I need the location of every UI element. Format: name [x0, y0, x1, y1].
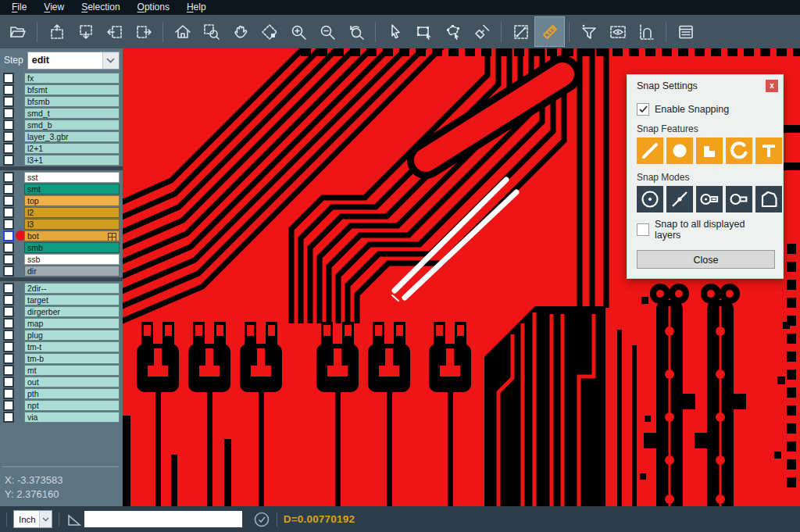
load-left-button[interactable] — [100, 17, 129, 46]
layer-name[interactable]: l2+1 — [24, 143, 120, 154]
layer-name[interactable]: layer_3.gbr — [24, 131, 120, 142]
layer-name[interactable]: bfsmt — [24, 84, 120, 95]
enable-snapping-checkbox[interactable] — [637, 103, 649, 116]
layer-checkbox[interactable] — [3, 254, 14, 265]
zoom-previous-button[interactable] — [341, 17, 370, 46]
layer-checkbox[interactable] — [3, 388, 14, 399]
layer-row-plug[interactable]: plug — [0, 330, 123, 341]
circle-check-icon[interactable] — [253, 511, 270, 528]
layer-checkbox[interactable] — [3, 295, 14, 305]
measure-input[interactable] — [84, 511, 242, 527]
zoom-in-button[interactable] — [284, 17, 312, 46]
layer-name[interactable]: map — [24, 318, 120, 329]
layer-name[interactable]: top — [24, 195, 120, 206]
layer-row-map[interactable]: map — [0, 318, 123, 329]
layer-checkbox[interactable] — [3, 131, 14, 142]
snap-feature-line-button[interactable] — [637, 137, 663, 164]
layer-checkbox[interactable] — [3, 184, 14, 195]
layer-checkbox[interactable] — [3, 96, 14, 107]
snap-mode-contour-button[interactable] — [755, 186, 782, 212]
measure-line-button[interactable] — [506, 17, 535, 46]
home-view-button[interactable] — [168, 17, 197, 46]
clean-brush-button[interactable] — [467, 17, 496, 46]
layer-name[interactable]: 2dir-- — [24, 283, 120, 294]
layer-name[interactable]: via — [24, 412, 120, 423]
layer-row-l3+1[interactable]: l3+1 — [0, 155, 123, 166]
menu-item-view[interactable]: View — [37, 0, 71, 15]
layer-checkbox[interactable] — [3, 283, 14, 294]
snap-mode-hole-button[interactable] — [726, 186, 752, 212]
load-right-button[interactable] — [129, 17, 158, 46]
step-select[interactable]: edit — [27, 52, 120, 70]
close-icon[interactable]: x — [766, 80, 778, 92]
layer-checkbox[interactable] — [3, 400, 14, 411]
layer-name[interactable]: smt — [24, 184, 120, 195]
layer-checkbox[interactable] — [3, 207, 14, 218]
layer-row-bot[interactable]: bot — [0, 230, 123, 241]
layer-name[interactable]: ssb — [24, 254, 120, 265]
layer-row-mt[interactable]: mt — [0, 365, 123, 376]
layer-checkbox[interactable] — [3, 242, 14, 253]
layer-row-bfsmt[interactable]: bfsmt — [0, 84, 123, 95]
layer-row-dirgerber[interactable]: dirgerber — [0, 306, 123, 317]
load-top-button[interactable] — [42, 17, 71, 46]
layer-row-l2+1[interactable]: l2+1 — [0, 143, 123, 154]
menu-item-selection[interactable]: Selection — [74, 0, 127, 15]
layer-name[interactable]: l2 — [24, 207, 120, 218]
layer-checkbox[interactable] — [3, 108, 14, 119]
snap-mode-pad-key-button[interactable] — [696, 186, 723, 212]
all-layers-row[interactable]: Snap to all displayed layers — [637, 219, 773, 241]
layer-row-ssb[interactable]: ssb — [0, 254, 123, 265]
layer-name[interactable]: smb — [24, 242, 120, 253]
layer-checkbox[interactable] — [3, 84, 14, 95]
snap-mode-on-line-button[interactable] — [666, 186, 693, 212]
layer-name[interactable]: npt — [24, 400, 120, 411]
close-button[interactable]: Close — [637, 250, 775, 269]
layer-row-dir[interactable]: dir — [0, 266, 123, 277]
load-bottom-button[interactable] — [71, 17, 100, 46]
layer-row-top[interactable]: top — [0, 195, 123, 206]
layer-checkbox[interactable] — [3, 120, 14, 130]
layer-checkbox[interactable] — [3, 195, 14, 206]
layer-name[interactable]: smd_b — [24, 120, 120, 130]
layer-checkbox[interactable] — [3, 306, 14, 317]
layer-row-smt[interactable]: smt — [0, 184, 123, 195]
layer-checkbox[interactable] — [3, 330, 14, 341]
layer-name[interactable]: plug — [24, 330, 120, 341]
zoom-out-button[interactable] — [312, 17, 341, 46]
layer-row-via[interactable]: via — [0, 412, 123, 423]
layer-name[interactable]: pth — [24, 388, 120, 399]
layer-row-pth[interactable]: pth — [0, 388, 123, 399]
snap-feature-pad-button[interactable] — [666, 137, 693, 164]
measure-ruler-button[interactable] — [535, 17, 564, 46]
layer-checkbox[interactable] — [3, 353, 14, 364]
all-layers-checkbox[interactable] — [637, 223, 649, 236]
layer-name[interactable]: mt — [24, 365, 120, 376]
layer-row-smd_t[interactable]: smd_t — [0, 108, 123, 119]
layer-checkbox[interactable] — [3, 412, 14, 423]
layer-name[interactable]: l3+1 — [24, 155, 120, 166]
layer-row-out[interactable]: out — [0, 377, 123, 387]
layer-row-smd_b[interactable]: smd_b — [0, 120, 123, 130]
select-rectangle-button[interactable] — [409, 17, 438, 46]
pan-button[interactable] — [226, 17, 255, 46]
menu-item-help[interactable]: Help — [180, 0, 213, 15]
layer-row-2dir--[interactable]: 2dir-- — [0, 283, 123, 294]
layer-name[interactable]: tm-b — [24, 353, 120, 364]
layer-name[interactable]: smd_t — [24, 108, 120, 119]
layer-name[interactable]: dirgerber — [24, 306, 120, 317]
layer-row-tm-t[interactable]: tm-t — [0, 341, 123, 352]
layer-name[interactable]: bot — [24, 230, 120, 241]
view-options-button[interactable] — [603, 17, 632, 46]
zoom-object-button[interactable] — [255, 17, 284, 46]
menu-item-file[interactable]: File — [5, 0, 34, 15]
enable-snapping-row[interactable]: Enable Snapping — [637, 103, 773, 116]
layer-checkbox[interactable] — [3, 172, 14, 183]
snap-feature-surface-button[interactable] — [696, 137, 723, 164]
layer-name[interactable]: l3 — [24, 219, 120, 230]
layer-name[interactable]: target — [24, 295, 120, 305]
layer-row-fx[interactable]: fx — [0, 73, 123, 84]
layer-row-l2[interactable]: l2 — [0, 207, 123, 218]
layer-row-bfsmb[interactable]: bfsmb — [0, 96, 123, 107]
layer-row-l3[interactable]: l3 — [0, 219, 123, 230]
